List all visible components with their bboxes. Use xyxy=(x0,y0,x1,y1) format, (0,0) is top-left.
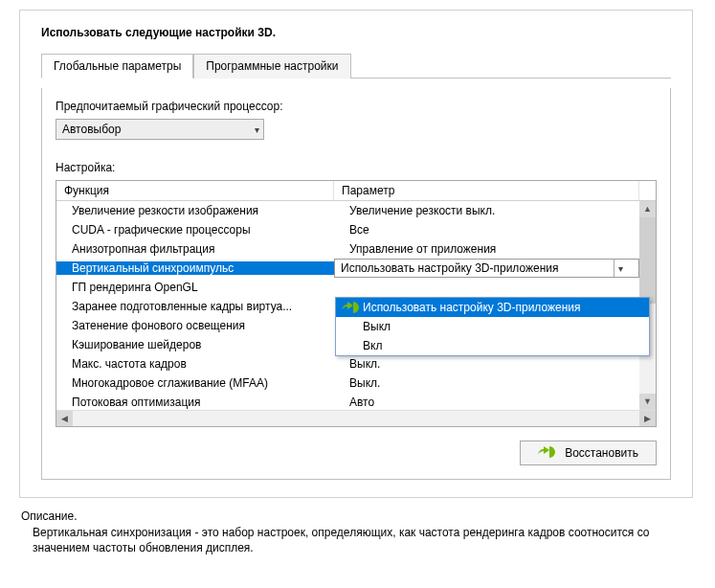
grid-row[interactable]: Многокадровое сглаживание (MFAA)Выкл. xyxy=(56,373,656,393)
tab-program[interactable]: Программные настройки xyxy=(193,54,350,79)
cell-feature: Затенение фонового освещения xyxy=(56,319,334,332)
dropdown-option[interactable]: Вкл xyxy=(336,336,649,355)
nvidia-icon xyxy=(538,446,555,458)
chevron-down-icon: ▾ xyxy=(255,124,259,135)
cell-feature: Анизотропная фильтрация xyxy=(56,242,334,256)
cell-feature: Увеличение резкости изображения xyxy=(56,204,334,217)
value-dropdown: Использовать настройку 3D-приложенияВыкл… xyxy=(335,297,650,356)
cell-value: Авто xyxy=(334,396,639,409)
cell-feature: Макс. частота кадров xyxy=(56,357,334,371)
cell-feature: Заранее подготовленные кадры виртуа... xyxy=(56,300,334,313)
cell-value[interactable]: Использовать настройку 3D-приложения▾ xyxy=(334,259,639,278)
cell-value: Выкл. xyxy=(334,357,639,371)
grid-row[interactable]: CUDA - графические процессорыВсе xyxy=(56,220,656,239)
cell-feature: ГП рендеринга OpenGL xyxy=(56,281,334,294)
restore-label: Восстановить xyxy=(565,446,638,460)
gpu-select-value: Автовыбор xyxy=(62,123,121,136)
nvidia-icon xyxy=(342,302,359,313)
dropdown-option[interactable]: Использовать настройку 3D-приложения xyxy=(336,298,649,317)
horizontal-scrollbar[interactable]: ◀ ▶ xyxy=(56,410,656,426)
settings-grid: Функция Параметр Увеличение резкости изо… xyxy=(56,180,657,427)
grid-row[interactable]: Потоковая оптимизацияАвто xyxy=(56,393,656,410)
scroll-right-icon[interactable]: ▶ xyxy=(639,411,656,426)
restore-row: Восстановить xyxy=(56,441,657,465)
cell-feature: Кэширование шейдеров xyxy=(56,338,334,351)
cell-value: Выкл. xyxy=(334,376,639,390)
cell-feature: CUDA - графические процессоры xyxy=(56,223,334,237)
grid-row[interactable]: Вертикальный синхроимпульсИспользовать н… xyxy=(56,259,656,278)
scroll-thumb[interactable] xyxy=(639,217,656,304)
cell-value-text: Использовать настройку 3D-приложения xyxy=(341,261,559,275)
cell-feature: Многокадровое сглаживание (MFAA) xyxy=(56,376,334,390)
scroll-gutter-head xyxy=(639,181,656,200)
tab-content: Предпочитаемый графический процессор: Ав… xyxy=(41,88,671,480)
column-feature[interactable]: Функция xyxy=(56,181,334,200)
description-block: Описание. Вертикальная синхронизация - э… xyxy=(21,509,695,555)
grid-body: Увеличение резкости изображенияУвеличени… xyxy=(56,201,656,410)
grid-row[interactable]: ГП рендеринга OpenGL xyxy=(56,278,656,297)
grid-row[interactable]: Увеличение резкости изображенияУвеличени… xyxy=(56,201,656,220)
chevron-down-icon: ▾ xyxy=(614,260,623,277)
settings-panel: Использовать следующие настройки 3D. Гло… xyxy=(19,10,693,498)
gpu-label: Предпочитаемый графический процессор: xyxy=(56,100,657,113)
hscroll-track[interactable] xyxy=(73,411,639,426)
description-text: Вертикальная синхронизация - это набор н… xyxy=(21,525,695,555)
grid-header: Функция Параметр xyxy=(56,181,656,201)
settings-label: Настройка: xyxy=(56,161,657,174)
restore-button[interactable]: Восстановить xyxy=(520,441,657,465)
scroll-left-icon[interactable]: ◀ xyxy=(56,411,73,426)
grid-row[interactable]: Анизотропная фильтрацияУправление от при… xyxy=(56,239,656,259)
tab-strip: Глобальные параметры Программные настрой… xyxy=(41,53,671,79)
cell-value: Увеличение резкости выкл. xyxy=(334,204,639,217)
grid-row[interactable]: Макс. частота кадровВыкл. xyxy=(56,354,656,373)
scroll-up-icon[interactable]: ▲ xyxy=(639,201,656,217)
description-label: Описание. xyxy=(21,509,695,523)
tab-global[interactable]: Глобальные параметры xyxy=(41,54,193,79)
gpu-select[interactable]: Автовыбор ▾ xyxy=(56,119,264,140)
scroll-down-icon[interactable]: ▼ xyxy=(639,394,656,410)
panel-title: Использовать следующие настройки 3D. xyxy=(41,26,671,39)
column-value[interactable]: Параметр xyxy=(334,181,639,200)
cell-feature: Потоковая оптимизация xyxy=(56,396,334,409)
cell-value: Все xyxy=(334,223,639,237)
cell-value: Управление от приложения xyxy=(334,242,639,256)
cell-feature: Вертикальный синхроимпульс xyxy=(56,261,334,275)
dropdown-option[interactable]: Выкл xyxy=(336,317,649,336)
